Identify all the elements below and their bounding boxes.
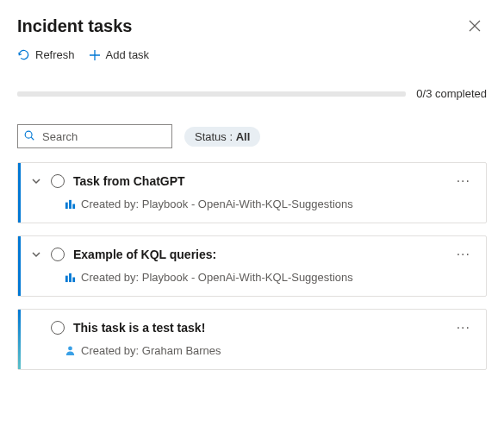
playbook-icon	[65, 272, 76, 283]
refresh-icon	[17, 48, 30, 61]
playbook-icon	[65, 198, 76, 210]
task-created-by: Created by: Playbook - OpenAi-With-KQL-S…	[81, 271, 353, 284]
toolbar: Refresh Add task	[17, 48, 487, 70]
task-title: Example of KQL queries:	[73, 248, 445, 261]
task-title: This task is a test task!	[73, 321, 445, 335]
task-card: This task is a test task! ··· Created by…	[17, 309, 487, 370]
task-meta: Created by: Playbook - OpenAi-With-KQL-S…	[65, 198, 474, 210]
plus-icon	[89, 49, 101, 61]
page-title: Incident tasks	[17, 16, 132, 36]
panel-header: Incident tasks	[17, 14, 487, 38]
svg-rect-5	[69, 273, 72, 282]
svg-point-0	[25, 131, 32, 138]
chevron-down-icon	[31, 249, 41, 260]
expand-toggle[interactable]	[30, 249, 42, 260]
task-meta: Created by: Graham Barnes	[65, 344, 474, 357]
complete-toggle[interactable]	[51, 321, 65, 335]
svg-rect-2	[69, 200, 72, 209]
task-more-button[interactable]: ···	[453, 247, 474, 262]
search-input[interactable]	[40, 129, 166, 144]
task-header: This task is a test task! ···	[30, 320, 474, 336]
svg-rect-6	[72, 278, 75, 283]
progress-row: 0/3 completed	[17, 87, 487, 100]
task-title: Task from ChatGPT	[73, 174, 445, 188]
complete-toggle[interactable]	[51, 248, 65, 261]
status-filter[interactable]: Status : All	[184, 127, 260, 147]
task-meta: Created by: Playbook - OpenAi-With-KQL-S…	[65, 271, 474, 284]
task-created-by: Created by: Playbook - OpenAi-With-KQL-S…	[81, 198, 353, 210]
task-more-button[interactable]: ···	[453, 173, 474, 189]
task-card: Example of KQL queries: ··· Created by: …	[17, 235, 487, 297]
chevron-down-icon	[31, 176, 41, 186]
status-prefix: Status :	[195, 130, 236, 143]
svg-rect-3	[72, 204, 75, 210]
task-card: Task from ChatGPT ··· Created by: Playbo…	[17, 162, 487, 223]
add-task-button[interactable]: Add task	[89, 48, 150, 61]
expand-toggle[interactable]	[30, 176, 42, 186]
search-icon	[23, 129, 35, 144]
filter-row: Status : All	[17, 124, 487, 148]
refresh-button[interactable]: Refresh	[17, 48, 75, 61]
svg-rect-1	[65, 203, 68, 209]
refresh-label: Refresh	[35, 48, 75, 61]
complete-toggle[interactable]	[51, 174, 65, 188]
progress-label: 0/3 completed	[416, 87, 487, 100]
progress-bar	[17, 91, 406, 97]
task-created-by: Created by: Graham Barnes	[81, 344, 221, 357]
user-icon	[65, 345, 76, 356]
svg-rect-4	[65, 276, 68, 282]
incident-tasks-panel: Incident tasks Refresh Add task 0/3 comp…	[0, 0, 504, 370]
task-header: Example of KQL queries: ···	[30, 247, 474, 262]
svg-point-7	[68, 346, 72, 350]
close-icon	[469, 20, 481, 32]
search-box[interactable]	[17, 124, 172, 148]
task-header: Task from ChatGPT ···	[30, 173, 474, 189]
add-task-label: Add task	[106, 48, 150, 61]
status-value: All	[236, 130, 251, 143]
close-button[interactable]	[463, 14, 487, 38]
task-more-button[interactable]: ···	[453, 320, 474, 336]
